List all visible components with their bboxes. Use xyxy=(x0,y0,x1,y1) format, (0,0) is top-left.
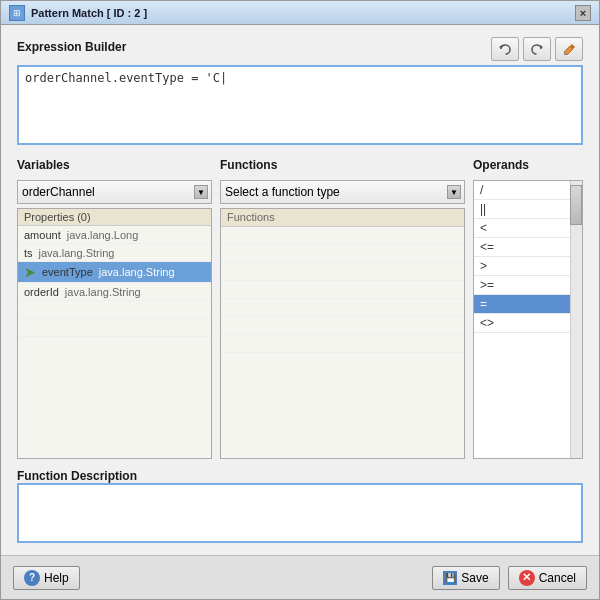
operand-gt[interactable]: > xyxy=(474,257,582,276)
prop-name-ts: ts xyxy=(24,247,33,259)
redo-button[interactable] xyxy=(523,37,551,61)
prop-type-amount: java.lang.Long xyxy=(67,229,139,241)
variables-dropdown[interactable]: orderChannel xyxy=(17,180,212,204)
help-icon: ? xyxy=(24,570,40,586)
property-row-amount[interactable]: amount java.lang.Long xyxy=(18,226,211,244)
footer-right: 💾 Save ✕ Cancel xyxy=(432,566,587,590)
title-bar-left: ⊞ Pattern Match [ ID : 2 ] xyxy=(9,5,147,21)
expression-input[interactable]: orderChannel.eventType = 'C| xyxy=(17,65,583,145)
save-icon: 💾 xyxy=(443,571,457,585)
prop-name-eventtype: eventType xyxy=(42,266,93,278)
property-row-eventtype[interactable]: ➤ eventType java.lang.String xyxy=(18,262,211,283)
dialog-body: Expression Builder xyxy=(1,25,599,555)
func-row-2 xyxy=(221,245,464,263)
property-row-orderid[interactable]: orderId java.lang.String xyxy=(18,283,211,301)
operands-scrollbar-thumb xyxy=(570,185,582,225)
expression-label: Expression Builder xyxy=(17,40,126,54)
property-row-empty2 xyxy=(18,319,211,337)
undo-button[interactable] xyxy=(491,37,519,61)
func-row-3 xyxy=(221,263,464,281)
operand-lte[interactable]: <= xyxy=(474,238,582,257)
edit-icon xyxy=(562,42,576,56)
redo-icon xyxy=(530,42,544,56)
func-row-1 xyxy=(221,227,464,245)
prop-name-orderid: orderId xyxy=(24,286,59,298)
dialog-icon: ⊞ xyxy=(9,5,25,21)
operand-neq[interactable]: <> xyxy=(474,314,582,333)
prop-type-orderid: java.lang.String xyxy=(65,286,141,298)
dialog-footer: ? Help 💾 Save ✕ Cancel xyxy=(1,555,599,599)
cancel-label: Cancel xyxy=(539,571,576,585)
functions-list: Functions xyxy=(220,208,465,459)
properties-header: Properties (0) xyxy=(18,209,211,226)
func-row-7 xyxy=(221,335,464,353)
operands-column: Operands / || < <= > >= = <> xyxy=(473,158,583,459)
property-row-empty1 xyxy=(18,301,211,319)
functions-label: Functions xyxy=(220,158,465,172)
function-desc-label: Function Description xyxy=(17,469,137,483)
expression-header: Expression Builder xyxy=(17,37,583,61)
function-desc-box xyxy=(17,483,583,543)
prop-type-eventtype: java.lang.String xyxy=(99,266,175,278)
undo-icon xyxy=(498,42,512,56)
help-button[interactable]: ? Help xyxy=(13,566,80,590)
cancel-icon: ✕ xyxy=(519,570,535,586)
functions-dropdown[interactable]: Select a function type xyxy=(220,180,465,204)
operands-label: Operands xyxy=(473,158,583,172)
expression-section: Expression Builder xyxy=(17,37,583,148)
property-row-ts[interactable]: ts java.lang.String xyxy=(18,244,211,262)
prop-name-amount: amount xyxy=(24,229,61,241)
prop-type-ts: java.lang.String xyxy=(39,247,115,259)
help-label: Help xyxy=(44,571,69,585)
edit-button[interactable] xyxy=(555,37,583,61)
operands-scrollbar[interactable] xyxy=(570,181,582,458)
save-label: Save xyxy=(461,571,488,585)
operand-divide[interactable]: / xyxy=(474,181,582,200)
arrow-icon-eventtype: ➤ xyxy=(24,264,36,280)
dialog-window: ⊞ Pattern Match [ ID : 2 ] × Expression … xyxy=(0,0,600,600)
function-desc-section: Function Description xyxy=(17,469,583,543)
functions-select-wrapper: Select a function type ▼ xyxy=(220,180,465,204)
toolbar-buttons xyxy=(491,37,583,61)
save-button[interactable]: 💾 Save xyxy=(432,566,499,590)
func-row-6 xyxy=(221,317,464,335)
operands-list: / || < <= > >= = <> xyxy=(473,180,583,459)
func-row-5 xyxy=(221,299,464,317)
variables-column: Variables orderChannel ▼ Properties (0) … xyxy=(17,158,212,459)
functions-list-header: Functions xyxy=(221,209,464,227)
close-button[interactable]: × xyxy=(575,5,591,21)
operand-lt[interactable]: < xyxy=(474,219,582,238)
variables-select-wrapper: orderChannel ▼ xyxy=(17,180,212,204)
variables-label: Variables xyxy=(17,158,212,172)
properties-box: Properties (0) amount java.lang.Long ts … xyxy=(17,208,212,459)
dialog-title: Pattern Match [ ID : 2 ] xyxy=(31,7,147,19)
title-bar: ⊞ Pattern Match [ ID : 2 ] × xyxy=(1,1,599,25)
func-row-4 xyxy=(221,281,464,299)
operand-or[interactable]: || xyxy=(474,200,582,219)
functions-column: Functions Select a function type ▼ Funct… xyxy=(220,158,465,459)
three-columns: Variables orderChannel ▼ Properties (0) … xyxy=(17,158,583,459)
cancel-button[interactable]: ✕ Cancel xyxy=(508,566,587,590)
operand-gte[interactable]: >= xyxy=(474,276,582,295)
operand-eq[interactable]: = xyxy=(474,295,582,314)
